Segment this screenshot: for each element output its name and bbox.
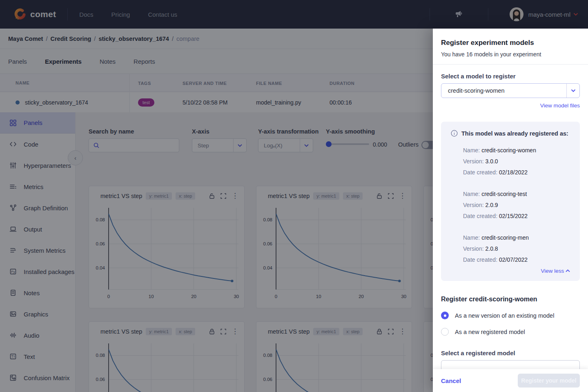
name-label: Name:: [463, 234, 480, 241]
registered-model-date: 02/18/2022: [499, 169, 528, 176]
register-your-model-button[interactable]: Register your model: [518, 374, 580, 388]
registered-model-date: 02/07/2022: [499, 256, 528, 263]
modal-subtitle: You have 16 models in your experiment: [441, 50, 580, 58]
date-created-label: Date created:: [463, 256, 497, 263]
version-label: Version:: [463, 202, 484, 208]
selected-model-value: credit-scoring-women: [441, 87, 566, 94]
view-model-files-link[interactable]: View model files: [540, 102, 580, 109]
select-model-label: Select a model to register: [441, 73, 580, 80]
registered-model-date: 02/15/2022: [499, 213, 528, 219]
name-label: Name:: [463, 191, 480, 197]
registered-model-name: credit-scoring-test: [481, 191, 527, 197]
date-created-label: Date created:: [463, 169, 497, 176]
registered-model-version: 2.0.8: [485, 245, 498, 252]
view-less-link[interactable]: View less: [541, 268, 570, 274]
modal-divider: [433, 64, 588, 65]
registered-model-entry: Name: credit-scoring-men Version: 2.0.8 …: [451, 232, 570, 265]
info-icon: [451, 130, 458, 137]
registered-model-version: 3.0.0: [485, 158, 498, 165]
modal-footer: Cancel Register your model: [433, 369, 588, 392]
register-section-title: Register credit-scoring-women: [441, 296, 580, 303]
radio-label: As a new registered model: [455, 329, 525, 335]
model-select-dropdown[interactable]: credit-scoring-women: [441, 83, 580, 98]
registered-model-name: credit-scoring-men: [481, 234, 529, 241]
date-created-label: Date created:: [463, 213, 497, 219]
register-model-modal: Register experiment models You have 16 m…: [433, 29, 588, 392]
version-label: Version:: [463, 158, 484, 165]
radio-new-model[interactable]: As a new registered model: [441, 328, 580, 336]
radio-button[interactable]: [441, 312, 449, 319]
registered-model-entry: Name: credit-scoring-test Version: 2.0.9…: [451, 189, 570, 222]
select-registered-model-label: Select a registered model: [441, 350, 580, 356]
cancel-button[interactable]: Cancel: [441, 377, 461, 384]
registered-model-name: credit-scoring-women: [481, 147, 536, 154]
view-less-label: View less: [541, 268, 564, 274]
radio-button[interactable]: [441, 328, 449, 336]
already-registered-info-box: This model was already registered as: Na…: [441, 122, 580, 281]
version-label: Version:: [463, 245, 484, 252]
already-registered-title: This model was already registered as:: [461, 130, 568, 137]
name-label: Name:: [463, 147, 480, 154]
registered-model-version: 2.0.9: [485, 202, 498, 208]
radio-label: As a new version of an existing model: [455, 312, 554, 319]
registered-model-entry: Name: credit-scoring-women Version: 3.0.…: [451, 145, 570, 178]
modal-title: Register experiment models: [441, 38, 580, 47]
radio-new-version[interactable]: As a new version of an existing model: [441, 312, 580, 319]
chevron-down-icon: [566, 84, 579, 98]
